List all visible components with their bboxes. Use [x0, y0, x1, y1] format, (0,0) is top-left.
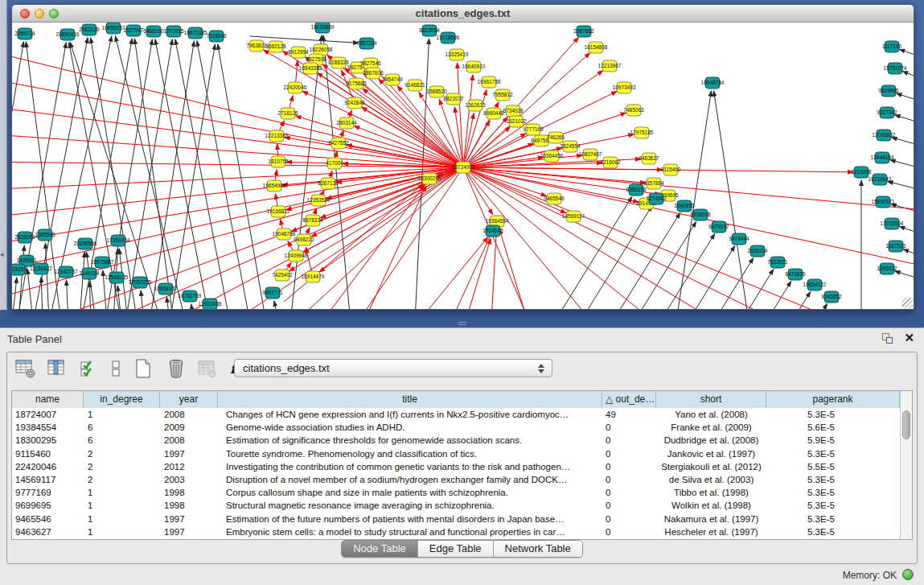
graph-node-label: 10975887 — [91, 259, 114, 265]
column-management-icon[interactable] — [15, 358, 36, 379]
graph-edge[interactable] — [12, 167, 463, 303]
column-header-in_degree[interactable]: in_degree — [84, 391, 160, 408]
graph-edge[interactable] — [895, 115, 914, 124]
cell-title: Disruption of a novel member of a sodium… — [218, 473, 602, 486]
graph-edge[interactable] — [41, 277, 43, 309]
graph-edge[interactable] — [899, 226, 914, 235]
graph-edge[interactable] — [614, 212, 680, 309]
column-header-short[interactable]: short — [656, 391, 766, 408]
graph-edge[interactable] — [197, 41, 250, 309]
cell-out_de: 0 — [602, 421, 656, 434]
graph-node-label: 9357884 — [643, 180, 664, 186]
delete-table-icon[interactable] — [166, 358, 187, 379]
tab-node-table[interactable]: Node Table — [342, 541, 418, 557]
dropdown-arrows-icon — [538, 363, 544, 374]
graph-edge[interactable] — [166, 297, 170, 309]
panel-splitter[interactable] — [0, 310, 924, 328]
column-header-out_de[interactable]: △ out_de… — [602, 391, 656, 408]
graph-edge[interactable] — [290, 167, 463, 309]
table-row[interactable]: 1872400712008Changes of HCN gene express… — [12, 408, 900, 421]
graph-edge[interactable] — [768, 282, 791, 309]
graph-edge[interactable] — [794, 292, 811, 309]
table-row[interactable]: 969969511998Structural magnetic resonanc… — [12, 499, 900, 512]
cell-short: Franke et al. (2009) — [656, 421, 766, 434]
tab-network-table[interactable]: Network Table — [494, 541, 582, 557]
network-canvas[interactable]: 2055714208914162063139106552571527907646… — [12, 23, 914, 309]
graph-node-label: 9777169 — [523, 126, 544, 132]
graph-edge[interactable] — [743, 270, 774, 309]
graph-node-label: 8813054 — [419, 27, 440, 33]
graph-edge[interactable] — [491, 229, 496, 309]
new-table-icon[interactable] — [133, 358, 154, 379]
graph-edge[interactable] — [170, 44, 215, 309]
graph-node-label: 7857224 — [356, 40, 377, 46]
float-panel-icon[interactable] — [882, 333, 893, 344]
column-header-year[interactable]: year — [160, 391, 218, 408]
column-header-title[interactable]: title — [218, 391, 602, 408]
splitter-handle[interactable] — [458, 322, 466, 327]
graph-edge[interactable] — [191, 304, 194, 309]
graph-node-label: 1810755 — [268, 159, 289, 164]
graph-edge[interactable] — [897, 93, 914, 102]
graph-edge[interactable] — [66, 280, 68, 309]
graph-node-label: 16961758 — [478, 79, 501, 84]
graph-edge[interactable] — [903, 249, 914, 257]
scrollbar-thumb[interactable] — [902, 410, 910, 439]
close-panel-icon[interactable]: ✕ — [904, 331, 914, 345]
table-row[interactable]: 1456911722003Disruption of a novel membe… — [12, 473, 900, 486]
graph-edge[interactable] — [895, 271, 914, 280]
graph-edge[interactable] — [33, 167, 463, 309]
table-row[interactable]: 1938455462009Genome-wide association stu… — [12, 421, 900, 434]
graph-edge[interactable] — [818, 303, 827, 309]
table-row[interactable]: 977716911998Corpus callosum shape and si… — [12, 486, 900, 499]
graph-edge[interactable] — [676, 91, 711, 309]
citation-network-graph[interactable]: 2055714208914162063139106552571527907646… — [12, 23, 914, 309]
selection-mode-icon[interactable] — [79, 358, 100, 379]
column-header-pagerank[interactable]: pagerank — [766, 391, 900, 408]
tab-edge-table[interactable]: Edge Table — [418, 541, 494, 557]
show-columns-icon[interactable] — [47, 358, 68, 379]
column-header-name[interactable]: name — [12, 391, 84, 408]
graph-edge[interactable] — [12, 49, 463, 167]
graph-edge[interactable] — [463, 167, 853, 172]
table-row[interactable]: 911546021997Tourette syndrome. Phenomeno… — [12, 447, 900, 460]
row-height-icon[interactable] — [110, 358, 123, 379]
table-row[interactable]: 1830029562008Estimation of significance … — [12, 434, 900, 447]
graph-edge[interactable] — [888, 181, 914, 191]
graph-edge[interactable] — [902, 72, 914, 80]
graph-edge[interactable] — [714, 91, 749, 309]
graph-node-label: 9498222 — [294, 237, 314, 242]
table-selector-dropdown[interactable]: citations_edges.txt — [234, 359, 552, 377]
graph-edge[interactable] — [134, 39, 174, 309]
table-row[interactable]: 946554611997Estimation of the future num… — [12, 513, 900, 525]
graph-edge[interactable] — [302, 91, 463, 167]
graph-edge[interactable] — [890, 160, 914, 169]
graph-edge[interactable] — [250, 36, 359, 43]
collapse-arrow-icon[interactable]: ◂ — [0, 251, 4, 258]
graph-edge[interactable] — [80, 252, 84, 309]
graph-edge[interactable] — [45, 243, 49, 309]
graph-edge[interactable] — [690, 246, 735, 309]
graph-edge[interactable] — [12, 77, 463, 167]
table-row[interactable]: 946362711997Embryonic stem cells: a mode… — [12, 525, 900, 538]
graph-edge[interactable] — [419, 237, 488, 309]
vertical-scrollbar[interactable] — [900, 391, 912, 539]
window-titlebar[interactable]: citations_edges.txt — [12, 5, 914, 23]
table-row[interactable]: 2242004622012Investigating the contribut… — [12, 460, 900, 473]
graph-edge[interactable] — [274, 301, 278, 309]
import-table-icon[interactable] — [197, 358, 218, 379]
resize-grip[interactable] — [902, 298, 913, 308]
graph-node-label: 6479197 — [708, 224, 729, 229]
graph-edge[interactable] — [458, 63, 463, 167]
graph-edge[interactable] — [899, 49, 914, 58]
graph-edge[interactable] — [305, 57, 463, 167]
table-panel-body: f(x) citations_edges.txt namein_degreeye… — [6, 352, 918, 564]
graph-edge[interactable] — [362, 107, 463, 167]
graph-edge[interactable] — [150, 41, 194, 309]
graph-edge[interactable] — [892, 138, 914, 146]
graph-edge[interactable] — [323, 35, 351, 309]
graph-node-label: 11156822 — [30, 266, 52, 271]
graph-edge[interactable] — [499, 229, 528, 309]
graph-edge[interactable] — [451, 229, 494, 309]
graph-edge[interactable] — [463, 167, 914, 266]
